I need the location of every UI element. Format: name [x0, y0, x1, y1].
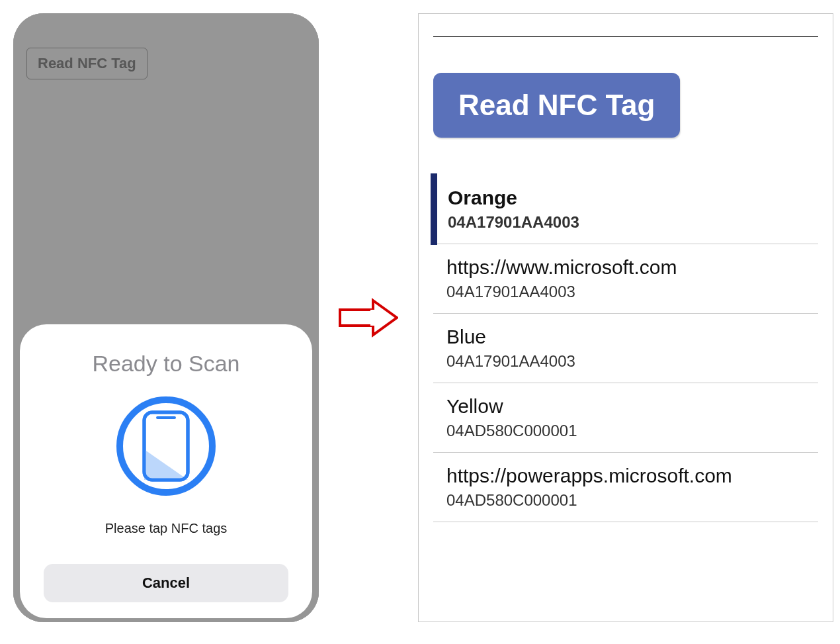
list-item-title: Blue [446, 326, 818, 348]
nfc-scan-icon [116, 396, 216, 496]
phone-mockup: Read NFC Tag Ready to Scan Please tap NF… [13, 13, 319, 622]
read-nfc-tag-button-small[interactable]: Read NFC Tag [26, 48, 147, 79]
scan-title: Ready to Scan [92, 351, 239, 377]
list-item-subtitle: 04AD580C000001 [446, 491, 818, 510]
scan-subtext: Please tap NFC tags [105, 521, 228, 536]
list-item-title: https://powerapps.microsoft.com [446, 465, 818, 487]
list-item-subtitle: 04A17901AA4003 [446, 283, 818, 301]
list-item[interactable]: https://www.microsoft.com 04A17901AA4003 [433, 244, 818, 314]
top-divider [433, 36, 818, 37]
phone-outline-icon [142, 410, 190, 483]
svg-rect-5 [370, 310, 376, 326]
list-item-subtitle: 04AD580C000001 [446, 422, 818, 440]
nfc-results-list: Orange 04A17901AA4003 https://www.micros… [433, 175, 818, 522]
list-item-title: https://www.microsoft.com [446, 256, 818, 279]
result-panel: Read NFC Tag Orange 04A17901AA4003 https… [418, 13, 833, 622]
cancel-button[interactable]: Cancel [44, 564, 288, 602]
arrow-icon [339, 13, 398, 622]
svg-marker-4 [373, 300, 397, 335]
list-item-title: Orange [448, 187, 818, 209]
list-item[interactable]: https://powerapps.microsoft.com 04AD580C… [433, 453, 818, 522]
scan-bottom-sheet: Ready to Scan Please tap NFC tags Cancel [20, 324, 312, 618]
list-item-title: Yellow [446, 395, 818, 418]
list-item-subtitle: 04A17901AA4003 [446, 352, 818, 371]
list-item[interactable]: Blue 04A17901AA4003 [433, 314, 818, 383]
list-item-subtitle: 04A17901AA4003 [448, 213, 818, 232]
list-item[interactable]: Yellow 04AD580C000001 [433, 383, 818, 453]
read-nfc-tag-button[interactable]: Read NFC Tag [433, 73, 680, 138]
list-item[interactable]: Orange 04A17901AA4003 [433, 175, 818, 244]
svg-rect-3 [340, 310, 373, 326]
